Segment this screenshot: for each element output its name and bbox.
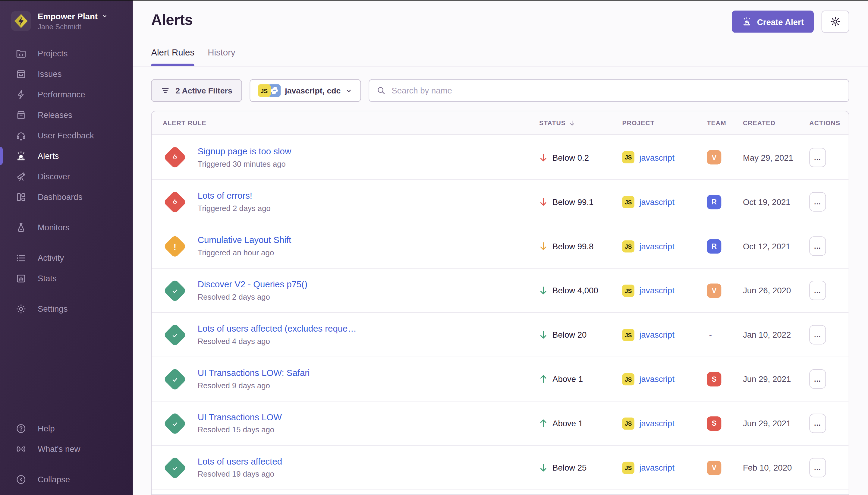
row-actions-button[interactable]: … xyxy=(809,192,826,211)
settings-button[interactable] xyxy=(821,11,849,33)
team-badge[interactable]: R xyxy=(707,239,722,254)
performance-icon xyxy=(15,89,27,100)
alert-rule-subtitle: Resolved 15 days ago xyxy=(198,425,282,434)
status-text: Below 99.1 xyxy=(553,197,593,206)
alert-rule-link[interactable]: Cumulative Layout Shift xyxy=(198,236,291,245)
sidebar-item-collapse[interactable]: Collapse xyxy=(0,469,133,490)
project-link[interactable]: javascript xyxy=(639,330,674,339)
team-badge[interactable]: V xyxy=(707,283,722,297)
arrow-down-icon xyxy=(539,197,548,206)
project-link[interactable]: javascript xyxy=(639,463,674,472)
row-actions-button[interactable]: … xyxy=(809,369,826,389)
sidebar-item-performance[interactable]: Performance xyxy=(0,84,133,105)
alert-rule-row: UI Transactions LOWResolved 15 days agoA… xyxy=(152,401,848,445)
sidebar-item-label: Help xyxy=(38,424,55,433)
search-field[interactable] xyxy=(369,79,849,102)
team-badge[interactable]: V xyxy=(707,150,722,165)
alert-rule-link[interactable]: Lots of errors! xyxy=(198,191,271,201)
column-header-team[interactable]: Team xyxy=(707,120,743,126)
monitors-icon xyxy=(15,222,27,233)
sidebar-item-user-feedback[interactable]: User Feedback xyxy=(0,125,133,146)
alert-rule-cell: Signup page is too slowTriggered 30 minu… xyxy=(163,145,539,169)
project-filter-dropdown[interactable]: JS javascript, cdc xyxy=(249,79,361,102)
column-header-created[interactable]: Created xyxy=(743,120,809,126)
created-cell: Jan 10, 2022 xyxy=(743,330,809,339)
team-cell: - xyxy=(707,330,743,340)
team-badge[interactable]: S xyxy=(707,416,722,430)
team-none: - xyxy=(707,330,712,339)
sidebar-item-projects[interactable]: Projects xyxy=(0,43,133,64)
sidebar-item-settings[interactable]: Settings xyxy=(0,298,133,319)
project-link[interactable]: javascript xyxy=(639,197,674,206)
partial-row xyxy=(152,490,848,494)
project-cell: JSjavascript xyxy=(622,195,707,208)
sidebar-item-dashboards[interactable]: Dashboards xyxy=(0,187,133,207)
main-content: Alerts Create Alert xyxy=(133,0,868,495)
sidebar-item-what-s-new[interactable]: What's new xyxy=(0,439,133,459)
alert-rule-row: Lots of users affectedResolved 19 days a… xyxy=(152,445,848,490)
alert-rule-subtitle: Triggered 30 minutes ago xyxy=(198,159,291,168)
alert-rule-link[interactable]: UI Transactions LOW xyxy=(198,412,282,422)
sidebar-item-releases[interactable]: Releases xyxy=(0,105,133,125)
sidebar-item-activity[interactable]: Activity xyxy=(0,248,133,268)
created-cell: Jun 29, 2021 xyxy=(743,374,809,384)
alert-rule-link[interactable]: UI Transactions LOW: Safari xyxy=(198,368,310,378)
arrow-down-icon xyxy=(539,286,548,295)
arrow-down-icon xyxy=(539,153,548,162)
row-actions-button[interactable]: … xyxy=(809,325,826,344)
tab-history[interactable]: History xyxy=(208,48,235,66)
created-cell: Oct 19, 2021 xyxy=(743,197,809,206)
alert-rule-cell: !Cumulative Layout ShiftTriggered an hou… xyxy=(163,234,539,258)
javascript-platform-icon: JS xyxy=(622,151,634,163)
alert-rule-link[interactable]: Lots of users affected (excludes reque… xyxy=(198,324,357,334)
ellipsis-icon: … xyxy=(814,419,821,427)
severity-icon-wrap xyxy=(163,190,187,214)
arrow-down-icon xyxy=(539,241,548,251)
sidebar-item-help[interactable]: Help xyxy=(0,418,133,439)
team-badge[interactable]: R xyxy=(707,195,722,209)
column-header-status[interactable]: Status xyxy=(539,119,622,126)
column-header-actions: Actions xyxy=(809,120,848,126)
row-actions-button[interactable]: … xyxy=(809,281,826,300)
severity-critical-icon xyxy=(163,190,187,214)
sidebar-item-label: Issues xyxy=(38,69,62,79)
sidebar-item-stats[interactable]: Stats xyxy=(0,268,133,289)
row-actions-button[interactable]: … xyxy=(809,458,826,477)
team-badge[interactable]: S xyxy=(707,372,722,386)
column-header-project[interactable]: Project xyxy=(622,120,707,126)
create-alert-button[interactable]: Create Alert xyxy=(731,11,814,33)
tab-alert-rules[interactable]: Alert Rules xyxy=(151,48,194,66)
alert-rule-link[interactable]: Discover V2 - Queries p75() xyxy=(198,280,308,290)
check-icon xyxy=(171,419,179,427)
tab-bar: Alert Rules History xyxy=(151,48,235,66)
row-actions-button[interactable]: … xyxy=(809,236,826,256)
team-cell: R xyxy=(707,195,743,209)
project-link[interactable]: javascript xyxy=(639,241,674,251)
sidebar-item-monitors[interactable]: Monitors xyxy=(0,217,133,238)
dashboards-icon xyxy=(15,191,27,203)
search-input[interactable] xyxy=(392,86,841,95)
actions-cell: … xyxy=(809,192,848,211)
alert-rule-cell: Lots of users affected (excludes reque…R… xyxy=(163,323,539,347)
column-header-alert-rule[interactable]: Alert Rule xyxy=(163,120,539,126)
severity-critical-icon xyxy=(163,146,187,169)
team-badge[interactable]: V xyxy=(707,460,722,475)
project-cell: JSjavascript xyxy=(622,240,707,252)
org-switcher[interactable]: Empower Plant Jane Schmidt xyxy=(0,0,133,31)
row-actions-button[interactable]: … xyxy=(809,148,826,167)
severity-warning-icon: ! xyxy=(163,234,187,258)
project-link[interactable]: javascript xyxy=(639,286,674,295)
sidebar-item-discover[interactable]: Discover xyxy=(0,166,133,187)
project-link[interactable]: javascript xyxy=(639,153,674,162)
project-link[interactable]: javascript xyxy=(639,374,674,384)
alert-rule-link[interactable]: Signup page is too slow xyxy=(198,147,291,156)
active-filters-button[interactable]: 2 Active Filters xyxy=(151,79,242,102)
project-link[interactable]: javascript xyxy=(639,419,674,428)
sidebar-item-issues[interactable]: Issues xyxy=(0,64,133,84)
sidebar-item-alerts[interactable]: Alerts xyxy=(0,146,133,166)
arrow-down-icon xyxy=(539,330,548,339)
alert-rule-link[interactable]: Lots of users affected xyxy=(198,457,282,467)
discover-icon xyxy=(15,171,27,182)
check-icon xyxy=(171,375,179,383)
row-actions-button[interactable]: … xyxy=(809,414,826,433)
